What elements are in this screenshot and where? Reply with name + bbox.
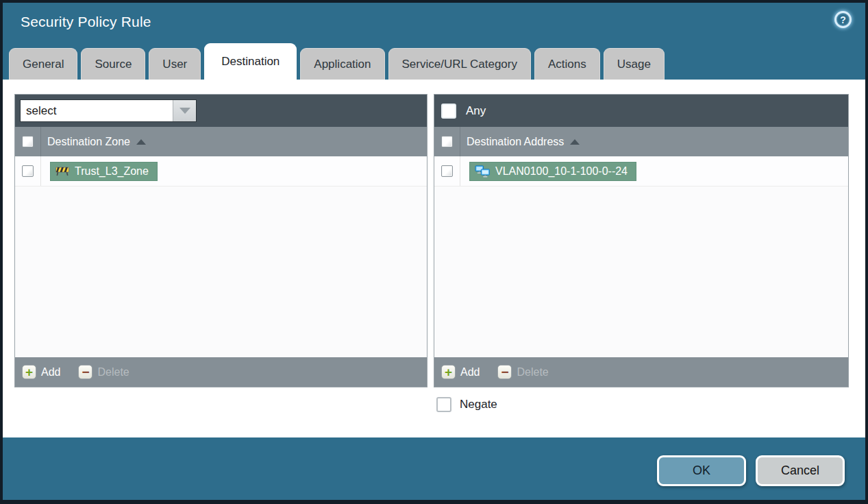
minus-icon: − — [497, 365, 512, 379]
add-button[interactable]: + Add — [441, 365, 480, 379]
any-checkbox[interactable] — [441, 104, 456, 119]
cancel-button[interactable]: Cancel — [756, 455, 845, 486]
plus-icon: + — [22, 365, 36, 379]
tab-usage[interactable]: Usage — [604, 48, 665, 80]
tab-destination[interactable]: Destination — [204, 43, 297, 80]
tab-user[interactable]: User — [149, 48, 201, 80]
address-grid-footer: + Add − Delete — [434, 357, 848, 387]
negate-label: Negate — [460, 398, 497, 411]
zone-icon — [55, 166, 69, 176]
zone-row-checkbox[interactable] — [22, 165, 34, 177]
add-button[interactable]: + Add — [22, 365, 60, 379]
security-policy-rule-dialog: Security Policy Rule ? General Source Us… — [0, 0, 868, 504]
zone-panel-toolbar — [15, 95, 427, 127]
help-icon[interactable]: ? — [834, 11, 852, 28]
tab-service-url-category[interactable]: Service/URL Category — [388, 48, 532, 80]
sort-asc-icon — [136, 139, 146, 145]
address-chip[interactable]: VLAN0100_10-1-100-0--24 — [469, 162, 636, 181]
sort-asc-icon — [570, 139, 580, 145]
tab-general[interactable]: General — [9, 48, 77, 80]
address-column-header[interactable]: Destination Address — [460, 136, 580, 148]
select-all-addresses-checkbox[interactable] — [441, 136, 453, 147]
zone-grid-header: Destination Zone — [15, 127, 427, 156]
chevron-down-icon[interactable] — [173, 100, 196, 121]
select-all-zones-checkbox[interactable] — [22, 136, 34, 147]
help-icon-glyph: ? — [840, 14, 846, 25]
panels-row: Destination Zone — [14, 94, 854, 387]
negate-checkbox[interactable] — [436, 397, 451, 412]
destination-address-panel: Any Destination Address — [434, 94, 849, 387]
zone-grid-footer: + Add − Delete — [15, 357, 427, 387]
tab-source[interactable]: Source — [81, 48, 145, 80]
page-title: Security Policy Rule — [21, 14, 151, 30]
destination-tab-content: Destination Zone — [3, 80, 865, 437]
dialog-titlebar: Security Policy Rule ? — [3, 3, 865, 41]
delete-button[interactable]: − Delete — [78, 365, 129, 379]
address-icon — [475, 165, 490, 178]
address-row-checkbox[interactable] — [441, 165, 453, 177]
zone-chip-label: Trust_L3_Zone — [75, 165, 149, 178]
address-grid-body: VLAN0100_10-1-100-0--24 — [434, 156, 848, 357]
ok-button[interactable]: OK — [657, 455, 746, 486]
table-row[interactable]: VLAN0100_10-1-100-0--24 — [434, 156, 848, 187]
zone-chip[interactable]: Trust_L3_Zone — [50, 162, 158, 181]
address-chip-label: VLAN0100_10-1-100-0--24 — [495, 165, 628, 178]
negate-row: Negate — [436, 397, 854, 412]
tab-bar: General Source User Destination Applicat… — [3, 41, 865, 80]
address-panel-toolbar: Any — [434, 95, 848, 127]
zone-column-header[interactable]: Destination Zone — [41, 136, 146, 148]
zone-grid-body: Trust_L3_Zone — [15, 156, 427, 357]
zone-select-input[interactable] — [21, 100, 173, 121]
plus-icon: + — [441, 365, 456, 379]
address-grid-header: Destination Address — [434, 127, 848, 156]
dialog-footer: OK Cancel — [3, 437, 865, 500]
destination-zone-panel: Destination Zone — [14, 94, 427, 387]
zone-select[interactable] — [20, 99, 197, 122]
any-label: Any — [466, 104, 486, 118]
minus-icon: − — [78, 365, 92, 379]
tab-application[interactable]: Application — [300, 48, 384, 80]
tab-actions[interactable]: Actions — [534, 48, 600, 80]
table-row[interactable]: Trust_L3_Zone — [15, 156, 427, 187]
delete-button[interactable]: − Delete — [497, 365, 548, 379]
